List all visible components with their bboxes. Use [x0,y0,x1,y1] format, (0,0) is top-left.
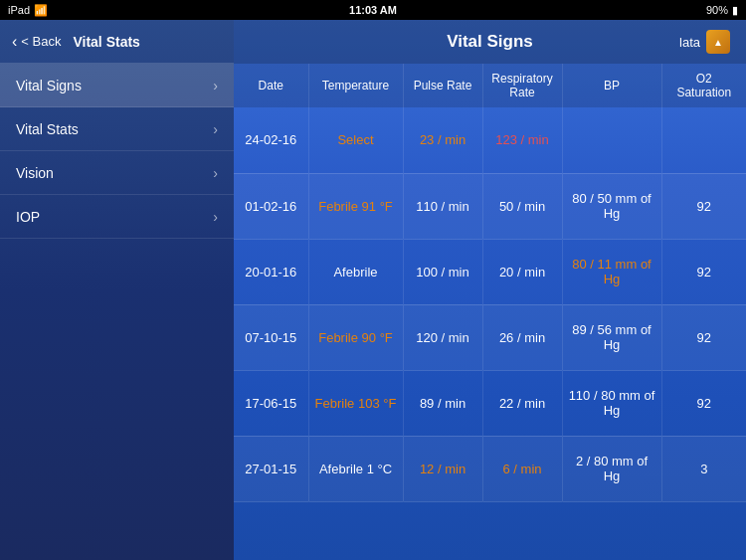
sidebar-chevron-icon: › [213,121,218,137]
wifi-icon: 📶 [34,4,48,17]
user-icon: ▲ [706,30,730,54]
col-header-temperature: Temperature [308,64,403,107]
ipad-label: iPad [8,4,30,16]
cell-date: 07-10-15 [234,304,308,370]
back-chevron-icon: ‹ [12,33,17,51]
cell-temperature: Select [308,107,403,173]
status-time: 11:03 AM [349,4,397,16]
table-row: 24-02-16Select23 / min123 / min [234,107,746,173]
cell-o2: 92 [661,370,746,436]
status-right: 90% ▮ [706,4,738,17]
table-row: 07-10-15Febrile 90 °F120 / min26 / min89… [234,304,746,370]
sidebar-item-label: Vital Signs [16,78,82,93]
status-bar: iPad 📶 11:03 AM 90% ▮ [0,0,746,20]
back-label: < Back [21,34,61,49]
battery-label: 90% [706,4,728,16]
cell-temperature: Afebrile [308,239,403,304]
app-container: ‹ < Back Vital Stats Vital Signs › Vital… [0,20,746,560]
col-header-pulse: Pulse Rate [403,64,482,107]
cell-respiratory: 123 / min [482,107,562,173]
cell-bp [562,107,661,173]
sidebar-chevron-icon: › [213,78,218,93]
col-header-date: Date [234,64,308,107]
sidebar-title: Vital Stats [73,34,139,50]
battery-icon: ▮ [732,4,738,17]
sidebar-item-label: Vision [16,165,54,181]
sidebar-item-label: IOP [16,209,40,225]
table-row: 27-01-15Afebrile 1 °C12 / min6 / min2 / … [234,436,746,501]
sidebar-item-vision[interactable]: Vision › [0,151,234,195]
sidebar-item-label: Vital Stats [16,121,79,137]
main-content: Vital Signs lata ▲ Date Temperature Puls… [234,20,746,560]
cell-temperature: Febrile 91 °F [308,173,403,239]
sidebar-menu: Vital Signs › Vital Stats › Vision › IOP… [0,64,234,239]
cell-pulse: 110 / min [403,173,482,239]
cell-respiratory: 20 / min [482,239,562,304]
cell-respiratory: 22 / min [482,370,562,436]
main-title: Vital Signs [447,32,533,52]
cell-bp: 80 / 50 mm of Hg [562,173,661,239]
cell-o2 [661,107,746,173]
cell-date: 17-06-15 [234,370,308,436]
cell-pulse: 12 / min [403,436,482,501]
main-nav-bar: Vital Signs lata ▲ [234,20,746,64]
col-header-bp: BP [562,64,661,107]
cell-bp: 80 / 11 mm of Hg [562,239,661,304]
sidebar-nav-bar: ‹ < Back Vital Stats [0,20,234,64]
cell-respiratory: 26 / min [482,304,562,370]
cell-temperature: Febrile 103 °F [308,370,403,436]
table-container: Date Temperature Pulse Rate Respiratory … [234,64,746,560]
cell-o2: 3 [661,436,746,501]
vital-signs-table: Date Temperature Pulse Rate Respiratory … [234,64,746,502]
cell-bp: 89 / 56 mm of Hg [562,304,661,370]
sidebar-chevron-icon: › [213,165,218,181]
cell-bp: 2 / 80 mm of Hg [562,436,661,501]
cell-o2: 92 [661,239,746,304]
user-name: lata [679,35,700,50]
table-row: 20-01-16Afebrile100 / min20 / min80 / 11… [234,239,746,304]
cell-date: 01-02-16 [234,173,308,239]
cell-date: 20-01-16 [234,239,308,304]
cell-temperature: Afebrile 1 °C [308,436,403,501]
table-row: 17-06-15Febrile 103 °F89 / min22 / min11… [234,370,746,436]
sidebar-chevron-icon: › [213,209,218,225]
cell-respiratory: 6 / min [482,436,562,501]
col-header-o2: O2 Saturation [661,64,746,107]
cell-pulse: 89 / min [403,370,482,436]
back-button[interactable]: ‹ < Back [12,33,61,51]
user-badge: lata ▲ [679,30,730,54]
cell-date: 27-01-15 [234,436,308,501]
cell-pulse: 23 / min [403,107,482,173]
cell-o2: 92 [661,304,746,370]
sidebar-item-iop[interactable]: IOP › [0,195,234,239]
sidebar-item-vital-stats[interactable]: Vital Stats › [0,107,234,151]
col-header-respiratory: Respiratory Rate [482,64,562,107]
status-left: iPad 📶 [8,4,48,17]
cell-temperature: Febrile 90 °F [308,304,403,370]
sidebar-item-vital-signs[interactable]: Vital Signs › [0,64,234,107]
cell-pulse: 120 / min [403,304,482,370]
cell-respiratory: 50 / min [482,173,562,239]
cell-o2: 92 [661,173,746,239]
table-header-row: Date Temperature Pulse Rate Respiratory … [234,64,746,107]
cell-pulse: 100 / min [403,239,482,304]
cell-bp: 110 / 80 mm of Hg [562,370,661,436]
table-row: 01-02-16Febrile 91 °F110 / min50 / min80… [234,173,746,239]
sidebar: ‹ < Back Vital Stats Vital Signs › Vital… [0,20,234,560]
cell-date: 24-02-16 [234,107,308,173]
